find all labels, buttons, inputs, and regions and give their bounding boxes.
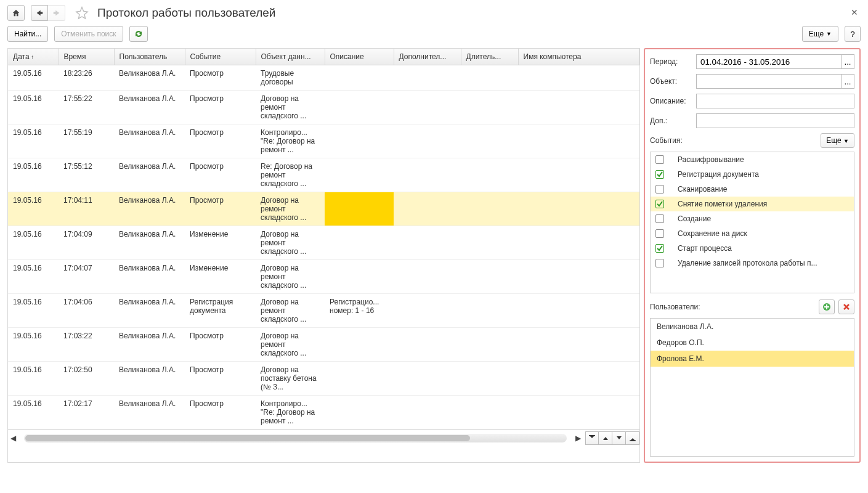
close-icon[interactable]: ✕ [851, 7, 858, 17]
prev-row-button[interactable] [599, 431, 612, 445]
remove-user-button[interactable] [838, 299, 854, 314]
extra-input[interactable] [696, 113, 854, 128]
svg-rect-3 [630, 441, 636, 442]
checkbox[interactable] [655, 244, 664, 253]
desc-input[interactable] [696, 94, 854, 108]
event-label: Старт процесса [678, 244, 732, 253]
table-row[interactable]: 19.05.1617:55:22Великанова Л.А.ПросмотрД… [8, 91, 639, 124]
table-row[interactable]: 19.05.1617:04:11Великанова Л.А.ПросмотрД… [8, 192, 639, 226]
table-row[interactable]: 19.05.1618:23:26Великанова Л.А.ПросмотрТ… [8, 65, 639, 91]
checkbox[interactable] [655, 185, 664, 194]
event-label: Сохранение на диск [678, 229, 747, 238]
help-button[interactable]: ? [845, 26, 861, 42]
add-user-button[interactable] [819, 299, 835, 314]
table-row[interactable]: 19.05.1617:04:06Великанова Л.А.Регистрац… [8, 294, 639, 328]
log-table: ДатаВремяПользовательСобытиеОбъект данн.… [7, 48, 640, 463]
object-label: Объект: [650, 77, 696, 86]
next-row-button[interactable] [612, 431, 626, 445]
table-row[interactable]: 19.05.1617:02:17Великанова Л.А.ПросмотрК… [8, 396, 639, 430]
page-title: Протокол работы пользователей [97, 6, 275, 20]
column-header[interactable]: Пользователь [114, 49, 185, 65]
object-input[interactable] [696, 74, 841, 89]
object-picker-button[interactable]: ... [841, 74, 854, 89]
period-input[interactable] [696, 54, 841, 69]
table-row[interactable]: 19.05.1617:55:19Великанова Л.А.ПросмотрК… [8, 124, 639, 158]
users-listbox[interactable]: Великанова Л.А.Федоров О.П.Фролова Е.М. [650, 318, 854, 457]
svg-rect-1 [53, 12, 55, 14]
event-item[interactable]: Сканирование [651, 182, 854, 197]
event-item[interactable]: Старт процесса [651, 241, 854, 256]
event-item[interactable]: Снятие пометки удаления [651, 197, 854, 211]
event-item[interactable]: Удаление записей протокола работы п... [651, 256, 854, 271]
event-item[interactable]: Регистрация документа [651, 167, 854, 182]
h-scrollbar[interactable] [24, 434, 567, 442]
find-button[interactable]: Найти... [7, 26, 48, 42]
event-item[interactable]: Расшифровывание [651, 152, 854, 167]
scroll-right-icon[interactable]: ▶ [573, 433, 583, 443]
column-header[interactable]: Дата [8, 49, 59, 65]
event-item[interactable]: Создание [651, 211, 854, 226]
events-label: События: [650, 136, 683, 145]
column-header[interactable]: Событие [185, 49, 256, 65]
user-item[interactable]: Фролова Е.М. [651, 351, 854, 367]
event-label: Расшифровывание [678, 155, 744, 164]
checkbox[interactable] [655, 259, 664, 267]
toolbar: Найти... Отменить поиск Еще ▼ ? [0, 26, 868, 48]
period-label: Период: [650, 57, 696, 66]
last-row-button[interactable] [626, 431, 639, 445]
user-item[interactable]: Великанова Л.А. [651, 319, 854, 335]
events-more-button[interactable]: Еще ▼ [821, 133, 854, 148]
column-header[interactable]: Длитель... [461, 49, 518, 65]
titlebar: Протокол работы пользователей ✕ [0, 0, 868, 26]
column-header[interactable]: Объект данн... [256, 49, 325, 65]
favorite-icon[interactable] [75, 6, 89, 20]
events-listbox[interactable]: РасшифровываниеРегистрация документаСкан… [650, 152, 854, 293]
filter-panel: Период: ... Объект: ... Описание: Доп.: … [644, 48, 861, 463]
back-button[interactable] [31, 5, 48, 21]
table-row[interactable]: 19.05.1617:02:50Великанова Л.А.ПросмотрД… [8, 362, 639, 396]
svg-rect-2 [589, 435, 595, 436]
table-row[interactable]: 19.05.1617:55:12Великанова Л.А.ПросмотрR… [8, 158, 639, 192]
user-item[interactable]: Федоров О.П. [651, 335, 854, 351]
event-item[interactable]: Сохранение на диск [651, 226, 854, 241]
period-picker-button[interactable]: ... [841, 54, 854, 69]
row-nav-buttons [585, 431, 639, 445]
cancel-search-button[interactable]: Отменить поиск [54, 26, 123, 42]
table-row[interactable]: 19.05.1617:04:09Великанова Л.А.Изменение… [8, 226, 639, 260]
checkbox[interactable] [655, 200, 664, 208]
scroll-left-icon[interactable]: ◀ [8, 433, 18, 443]
checkbox[interactable] [655, 170, 664, 179]
extra-label: Доп.: [650, 116, 696, 125]
forward-button[interactable] [48, 5, 65, 21]
more-button[interactable]: Еще ▼ [802, 26, 838, 42]
event-label: Снятие пометки удаления [678, 200, 767, 208]
home-button[interactable] [7, 5, 25, 21]
table-row[interactable]: 19.05.1617:04:07Великанова Л.А.Изменение… [8, 260, 639, 294]
column-header[interactable]: Время [59, 49, 114, 65]
table-row[interactable]: 19.05.1617:03:22Великанова Л.А.ПросмотрД… [8, 328, 639, 362]
column-header[interactable]: Дополнител... [394, 49, 461, 65]
users-label: Пользователи: [650, 303, 700, 311]
svg-rect-0 [40, 12, 43, 14]
event-label: Создание [678, 214, 711, 223]
checkbox[interactable] [655, 155, 664, 164]
checkbox[interactable] [655, 214, 664, 223]
desc-label: Описание: [650, 97, 696, 105]
event-label: Сканирование [678, 185, 727, 194]
table-footer: ◀ ▶ [8, 430, 639, 446]
checkbox[interactable] [655, 229, 664, 238]
refresh-button[interactable] [129, 26, 148, 42]
column-header[interactable]: Имя компьютера [518, 49, 639, 65]
column-header[interactable]: Описание [325, 49, 394, 65]
event-label: Регистрация документа [678, 170, 759, 179]
first-row-button[interactable] [585, 431, 599, 445]
event-label: Удаление записей протокола работы п... [678, 259, 817, 267]
